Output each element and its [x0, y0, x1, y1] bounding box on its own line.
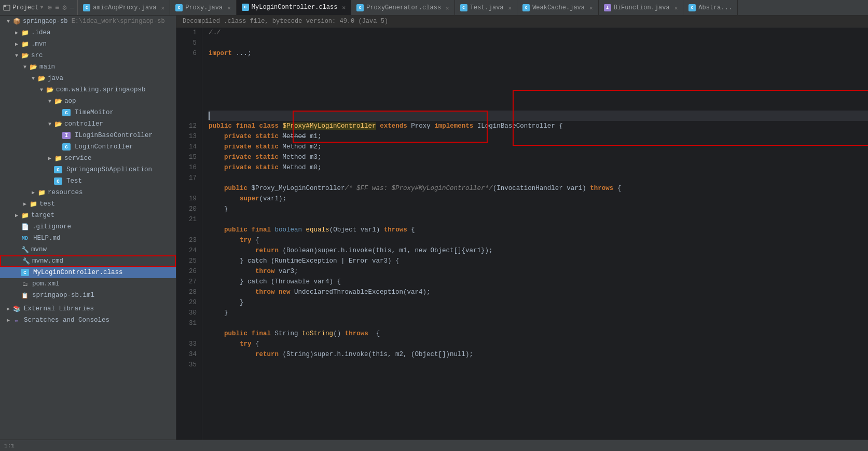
tree-arrow-resources[interactable]: ▶ — [29, 189, 37, 196]
tree-item-springaopsb[interactable]: c SpringaopSbApplication — [0, 164, 176, 175]
tree-item-logincontroller[interactable]: c LoginController — [0, 141, 176, 153]
code-line-30: } — [209, 297, 868, 308]
tab-bifunction[interactable]: I BiFunction.java ✕ — [599, 0, 684, 16]
code-line-12 — [209, 111, 868, 121]
tree-item-iloginbase[interactable]: I ILoginBaseController — [0, 130, 176, 141]
tab-close[interactable]: ✕ — [227, 5, 231, 11]
file-icon-gitignore: 📄 — [21, 223, 29, 230]
tab-proxygenerator[interactable]: c ProxyGenerator.class ✕ — [351, 0, 455, 16]
tab-close[interactable]: ✕ — [674, 5, 678, 11]
tree-item-java[interactable]: ▼ 📂 java — [0, 73, 176, 84]
tab-amicaopproxy[interactable]: c amicAopProxy.java ✕ — [78, 0, 170, 16]
tab-label: WeakCache.java — [532, 4, 585, 11]
tab-close[interactable]: ✕ — [342, 4, 346, 11]
tree-arrow-root[interactable]: ▼ — [4, 19, 12, 24]
tree-label-resources: resources — [48, 189, 83, 196]
code-line-17: private static Method m0; — [209, 162, 868, 173]
tab-close[interactable]: ✕ — [161, 5, 165, 11]
folder-icon-aop: 📂 — [54, 98, 62, 105]
code-container[interactable]: 1 5 6 12 13 14 15 16 17 19 20 21 — [176, 28, 868, 440]
interface-icon-iloginbase: I — [62, 132, 71, 139]
tree-item-scratches[interactable]: ▶ ✏️ Scratches and Consoles — [0, 315, 176, 326]
main-layout: ▼ 📦 springaop-sb E:\idea_work\springaop-… — [0, 16, 868, 440]
info-bar-text: Decompiled .class file, bytecode version… — [183, 18, 388, 25]
tree-item-mvnw[interactable]: 🔧 mvnw — [0, 244, 176, 255]
tree-label-target: target — [31, 212, 54, 219]
tab-proxy[interactable]: c Proxy.java ✕ — [170, 0, 237, 16]
tree-item-pomxml[interactable]: 🗂 pom.xml — [0, 278, 176, 290]
code-lines[interactable]: /…/ import ...; public final class $Prox… — [202, 28, 868, 440]
tree-item-resources[interactable]: ▶ 📁 resources — [0, 187, 176, 198]
tree-item-aop[interactable]: ▼ 📂 aop — [0, 95, 176, 107]
tree-item-service[interactable]: ▶ 📁 service — [0, 153, 176, 164]
tree-arrow-mvn[interactable]: ▶ — [12, 41, 21, 47]
tree-arrow-controller[interactable]: ▼ — [46, 121, 54, 127]
code-line-32 — [209, 318, 868, 329]
project-tool3[interactable]: ⚙ — [62, 3, 66, 12]
tree-item-target[interactable]: ▶ 📁 target — [0, 210, 176, 221]
tree-arrow-com[interactable]: ▼ — [37, 87, 46, 93]
tree-item-gitignore[interactable]: 📄 .gitignore — [0, 221, 176, 233]
tab-test[interactable]: c Test.java ✕ — [455, 0, 517, 16]
tree-label-mvn: .mvn — [31, 40, 47, 48]
tree-item-idea[interactable]: ▶ 📁 .idea — [0, 27, 176, 38]
project-tool4[interactable]: — — [70, 4, 74, 12]
code-line-28: } catch (Throwable var4) { — [209, 277, 868, 287]
tree-label-iml: springaop-sb.iml — [32, 292, 94, 299]
project-arrow[interactable]: ▼ — [40, 5, 43, 10]
tab-label: Abstra... — [698, 4, 732, 11]
line-numbers: 1 5 6 12 13 14 15 16 17 19 20 21 — [176, 28, 202, 440]
code-line-8 — [209, 69, 868, 79]
tree-item-src[interactable]: ▼ 📂 src — [0, 50, 176, 61]
tree-item-com[interactable]: ▼ 📂 com.walking.springaopsb — [0, 84, 176, 95]
tree-label-springaopsb: SpringaopSbApplication — [66, 166, 152, 173]
tab-label: BiFunction.java — [614, 4, 670, 11]
code-line-7 — [209, 59, 868, 69]
tree-label-java: java — [48, 75, 63, 82]
tree-item-mvn[interactable]: ▶ 📁 .mvn — [0, 38, 176, 50]
project-tool1[interactable]: ⊕ — [47, 3, 51, 12]
scratches-icon: ✏️ — [12, 317, 21, 324]
tree-arrow-idea[interactable]: ▶ — [12, 30, 21, 36]
code-line-31: } — [209, 308, 868, 318]
tree-arrow-scratches[interactable]: ▶ — [4, 317, 12, 323]
tab-close[interactable]: ✕ — [508, 5, 512, 11]
tree-item-mvnwcmd[interactable]: 🔧 mvnw.cmd — [0, 255, 176, 267]
tree-item-helpmd[interactable]: MD HELP.md — [0, 233, 176, 244]
tab-interface-icon: I — [604, 4, 611, 11]
tree-arrow-aop[interactable]: ▼ — [46, 99, 54, 104]
project-label: Project — [12, 4, 38, 11]
tree-label-service: service — [64, 155, 92, 162]
tree-arrow-src[interactable]: ▼ — [12, 53, 21, 59]
tab-mylogincontroller[interactable]: c MyLoginController.class ✕ — [237, 0, 351, 16]
code-line-6: import ...; — [209, 48, 868, 59]
project-tool2[interactable]: ≡ — [55, 4, 59, 12]
code-line-33: public final String toString() throws { — [209, 329, 868, 339]
tree-arrow-java[interactable]: ▼ — [29, 76, 37, 81]
tree-item-root[interactable]: ▼ 📦 springaop-sb E:\idea_work\springaop-… — [0, 16, 176, 27]
class-icon-springaopsb: c — [54, 166, 62, 173]
class-icon-mylogin: c — [21, 269, 29, 276]
tree-arrow-main[interactable]: ▼ — [21, 64, 29, 70]
tree-item-ext-libs[interactable]: ▶ 📚 External Libraries — [0, 303, 176, 315]
tree-item-controller[interactable]: ▼ 📂 controller — [0, 118, 176, 130]
folder-icon-idea: 📁 — [21, 29, 29, 36]
tab-java-icon: c — [522, 4, 530, 11]
code-line-13: public final class $Proxy#MyLoginControl… — [209, 121, 868, 131]
tree-item-main[interactable]: ▼ 📂 main — [0, 61, 176, 73]
code-line-5 — [209, 38, 868, 48]
tree-arrow-target[interactable]: ▶ — [12, 212, 21, 218]
tab-close[interactable]: ✕ — [446, 5, 449, 11]
tree-item-test[interactable]: ▶ 📁 test — [0, 198, 176, 210]
tree-item-timemoitor[interactable]: c TimeMoitor — [0, 107, 176, 118]
tree-item-test-class[interactable]: c Test — [0, 175, 176, 187]
tree-arrow-ext-libs[interactable]: ▶ — [4, 306, 12, 312]
tree-arrow-service[interactable]: ▶ — [46, 155, 54, 161]
tree-item-mylogin[interactable]: c MyLoginController.class — [0, 267, 176, 278]
tab-abstra[interactable]: c Abstra... — [683, 0, 738, 16]
tree-arrow-test[interactable]: ▶ — [21, 201, 29, 207]
tab-weakcache[interactable]: c WeakCache.java ✕ — [517, 0, 598, 16]
tab-close[interactable]: ✕ — [589, 5, 593, 11]
tab-java-icon: c — [688, 4, 696, 11]
tree-item-iml[interactable]: 📋 springaop-sb.iml — [0, 290, 176, 301]
